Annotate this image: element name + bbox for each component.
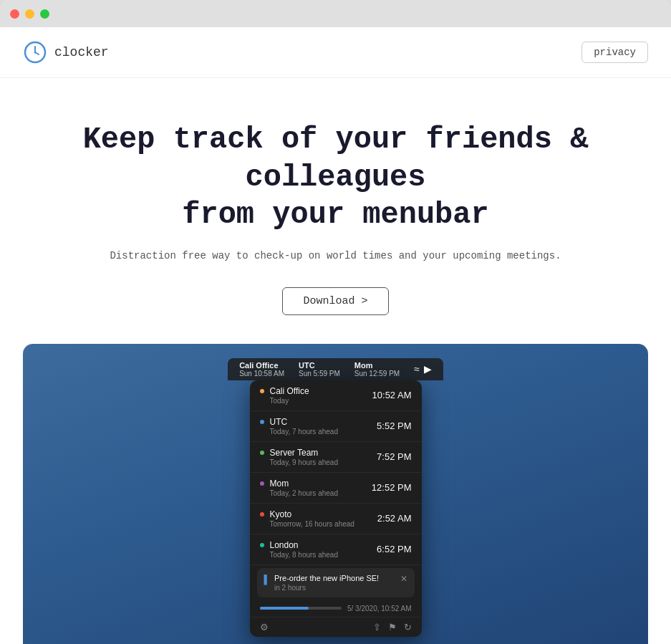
menubar-icons: ≈ ▶: [414, 363, 432, 375]
dot-london: [260, 543, 264, 547]
popup-row-server: Server Team Today, 9 hours ahead 7:52 PM: [250, 442, 422, 473]
screenshot-caption: Check up on your colleagues or friends a…: [108, 637, 562, 645]
dot-cali: [260, 389, 264, 393]
menubar-item-mom: Mom Sun 12:59 PM: [354, 361, 400, 378]
menubar-widget: Cali Office Sun 10:58 AM UTC Sun 5:59 PM…: [228, 358, 443, 380]
settings-icon[interactable]: ⚙: [260, 622, 269, 633]
popup-footer: ⚙ ⇧ ⚑ ↻: [250, 617, 422, 637]
logo-area: clocker: [23, 40, 109, 64]
sound-icon: ▶: [424, 363, 432, 375]
screenshot-container: Cali Office Sun 10:58 AM UTC Sun 5:59 PM…: [23, 344, 648, 645]
notification-bar-icon: ▌: [264, 575, 271, 585]
browser-window: clocker privacy Keep track of your frien…: [0, 0, 671, 644]
hero-section: Keep track of your friends & colleagues …: [0, 78, 671, 344]
popup-notification: ▌ Pre-order the new iPhone SE! in 2 hour…: [257, 568, 415, 597]
menubar-item-utc: UTC Sun 5:59 PM: [299, 361, 340, 378]
dot-kyoto: [260, 512, 264, 516]
popup-progress: 5/ 3/2020, 10:52 AM: [250, 600, 422, 617]
notification-sub: in 2 hours: [274, 584, 379, 592]
popup-row-mom: Mom Today, 2 hours ahead 12:52 PM: [250, 473, 422, 504]
svg-point-3: [34, 52, 37, 54]
download-button[interactable]: Download >: [282, 287, 388, 315]
hero-title: Keep track of your friends & colleagues …: [49, 121, 622, 234]
popup-row-cali: Cali Office Today 10:52 AM: [250, 380, 422, 411]
bookmark-icon[interactable]: ⚑: [388, 622, 397, 633]
dot-server: [260, 451, 264, 455]
logo-text: clocker: [54, 45, 109, 59]
menubar-strip: Cali Office Sun 10:58 AM UTC Sun 5:59 PM…: [23, 344, 648, 380]
notification-close-button[interactable]: ✕: [400, 574, 407, 584]
app-popup: Cali Office Today 10:52 AM UTC Today, 7 …: [250, 380, 422, 637]
wifi-icon: ≈: [414, 363, 420, 375]
dot-mom: [260, 481, 264, 486]
refresh-icon[interactable]: ↻: [404, 622, 412, 633]
share-icon[interactable]: ⇧: [373, 622, 381, 633]
popup-row-utc: UTC Today, 7 hours ahead 5:52 PM: [250, 411, 422, 442]
minimize-button[interactable]: [25, 9, 34, 19]
menubar-item-cali: Cali Office Sun 10:58 AM: [239, 361, 284, 378]
navbar: clocker privacy: [0, 27, 671, 78]
progress-bar-track: [260, 607, 342, 610]
close-button[interactable]: [10, 9, 19, 19]
clocker-logo-icon: [23, 40, 47, 64]
hero-subtitle: Distraction free way to check-up on worl…: [29, 250, 642, 261]
dot-utc: [260, 420, 264, 424]
privacy-button[interactable]: privacy: [581, 42, 648, 63]
page-content: clocker privacy Keep track of your frien…: [0, 27, 671, 644]
notification-title: Pre-order the new iPhone SE!: [274, 574, 379, 582]
progress-bar-fill: [260, 607, 309, 610]
popup-row-london: London Today, 8 hours ahead 6:52 PM: [250, 534, 422, 565]
popup-row-kyoto: Kyoto Tomorrow, 16 hours ahead 2:52 AM: [250, 504, 422, 534]
progress-time: 5/ 3/2020, 10:52 AM: [347, 605, 412, 612]
maximize-button[interactable]: [40, 9, 49, 19]
browser-titlebar: [0, 0, 671, 27]
footer-icons: ⇧ ⚑ ↻: [373, 622, 412, 633]
